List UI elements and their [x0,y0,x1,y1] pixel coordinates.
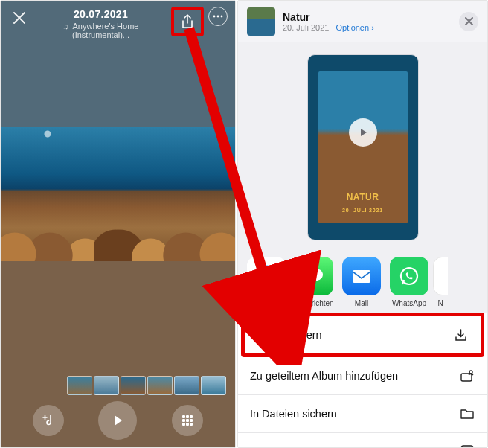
ellipsis-icon [213,15,223,18]
filmstrip-thumb[interactable] [121,376,146,395]
filmstrip-thumb[interactable] [147,376,173,395]
filmstrip-thumb[interactable] [174,376,199,395]
action-shared-album[interactable]: Zu geteiltem Album hinzufügen [238,357,487,395]
share-app-mail[interactable]: Mail [338,257,385,307]
share-action-list: Video sichern Zu geteiltem Album hinzufü… [238,313,487,448]
svg-point-2 [221,16,223,18]
share-app-label: AirDrop [243,299,290,307]
shared-album-icon [459,368,475,384]
share-sheet-thumbnail [247,7,275,36]
airdrop-icon [253,263,280,289]
svg-rect-10 [186,423,189,426]
music-note-icon [63,22,71,31]
svg-point-17 [469,371,472,374]
folder-icon [459,406,475,422]
action-save-files[interactable]: In Dateien sichern [238,395,487,433]
grid-icon [181,414,194,427]
share-app-label: WhatsApp [385,299,433,307]
share-sheet-date: 20. Juli 2021 [283,23,329,32]
documents-app-icon [459,444,475,448]
svg-rect-5 [190,415,193,418]
filmstrip-thumb[interactable] [67,376,92,395]
mail-icon [349,263,374,289]
memory-bottom-controls [1,401,235,440]
memory-top-bar: 20.07.2021 Anywhere's Home (Instrumental… [1,1,235,44]
action-label: Video sichern [257,329,322,341]
share-app-more[interactable]: N [433,257,448,307]
share-app-label: Mail [338,299,385,307]
share-sheet-options-link[interactable]: Optionen › [336,23,373,32]
action-label: Zu geteiltem Album hinzufügen [250,370,398,382]
filmstrip-thumb[interactable] [94,376,119,395]
preview-caption: NATUR [308,192,418,202]
memory-title: 20.07.2021 Anywhere's Home (Instrumental… [30,7,171,39]
share-sheet-header: Natur 20. Juli 2021 Optionen › [238,1,487,42]
filmstrip-thumb[interactable] [201,376,226,395]
svg-rect-4 [186,415,189,418]
whatsapp-icon [397,264,421,288]
share-preview-area: NATUR 20. JULI 2021 [238,42,487,255]
share-preview-card: NATUR 20. JULI 2021 [307,54,419,240]
close-button[interactable] [8,7,30,29]
music-settings-button[interactable] [33,405,64,436]
svg-rect-14 [353,270,370,283]
share-button[interactable] [177,11,198,32]
svg-point-12 [263,272,270,280]
svg-point-0 [214,16,216,18]
share-app-airdrop[interactable]: AirDrop [243,257,290,307]
messages-icon [302,264,326,288]
share-sheet-title: Natur [283,11,374,23]
memory-filmstrip [67,376,226,395]
music-plus-icon [41,413,56,428]
svg-rect-9 [182,423,185,426]
more-button[interactable] [208,7,228,26]
preview-caption-date: 20. JULI 2021 [308,208,418,213]
memory-track: Anywhere's Home (Instrumental)... [30,22,171,39]
share-sheet-close-button[interactable] [459,12,478,31]
memory-player-screen: 20.07.2021 Anywhere's Home (Instrumental… [0,0,236,448]
share-icon [181,14,194,29]
action-copy-documents[interactable]: In Documents kopieren [238,433,487,448]
share-app-row: AirDrop Nachrichten Mail [238,255,487,312]
play-button[interactable] [98,401,137,440]
notes-icon [433,257,448,295]
share-app-label: Nachrichten [290,299,338,307]
svg-rect-11 [190,423,193,426]
svg-rect-8 [190,419,193,422]
share-button-highlight [171,7,204,36]
share-app-whatsapp[interactable]: WhatsApp [385,257,433,307]
action-label: In Dateien sichern [250,408,337,420]
close-icon [465,17,473,25]
track-name-line2: (Instrumental)... [72,31,129,39]
share-sheet-screen: Natur 20. Juli 2021 Optionen › NATUR [237,0,488,448]
svg-point-13 [305,268,323,281]
action-save-video[interactable]: Video sichern [241,313,484,357]
svg-rect-3 [182,415,185,418]
preview-play-button[interactable] [349,118,377,147]
download-icon [452,327,469,343]
memory-photo [1,127,235,261]
share-app-messages[interactable]: Nachrichten [290,257,338,307]
play-icon [111,414,124,427]
memory-date: 20.07.2021 [30,8,171,20]
share-app-label: N [433,299,448,307]
track-name-line1: Anywhere's Home [73,22,139,31]
share-sheet-subtitle: 20. Juli 2021 Optionen › [283,23,374,32]
svg-point-1 [217,16,219,18]
grid-button[interactable] [172,405,203,436]
play-icon [358,127,368,138]
svg-rect-6 [182,419,185,422]
svg-rect-7 [186,419,189,422]
